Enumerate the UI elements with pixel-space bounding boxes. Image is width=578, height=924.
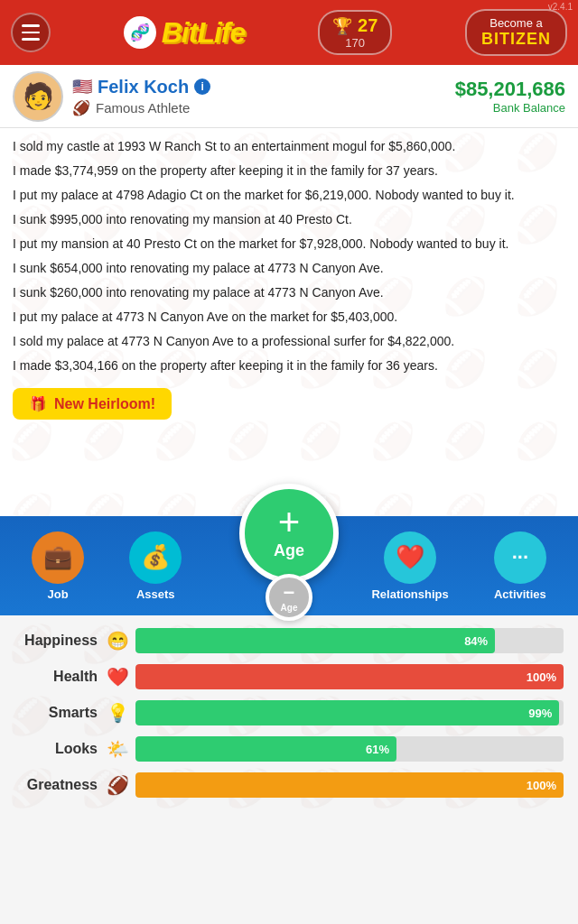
nav-activities[interactable]: ··· Activities	[494, 531, 546, 601]
stat-bar-background: 100%	[135, 772, 564, 798]
nav-job[interactable]: 💼 Job	[32, 531, 84, 601]
stat-emoji: 🌤️	[105, 738, 130, 760]
nav-assets[interactable]: 💰 Assets	[129, 531, 182, 601]
heirloom-banner[interactable]: 🎁 New Heirloom!	[13, 388, 172, 420]
top-bar: v2.4.1 🧬 BitLife 🏆 27 170 Become a BITIZ…	[0, 0, 578, 65]
stat-percent: 99%	[528, 707, 552, 720]
heirloom-label: New Heirloom!	[54, 396, 155, 412]
feed-entry: I sunk $260,000 into renovating my palac…	[13, 283, 565, 302]
gift-icon: 🎁	[29, 395, 47, 412]
profile-info: 🇺🇸 Felix Koch i 🏈 Famous Athlete	[72, 77, 455, 116]
logo-icon: 🧬	[124, 16, 156, 49]
feed-content: I sold my castle at 1993 W Ranch St to a…	[13, 137, 565, 375]
job-icon-circle: 💼	[32, 531, 84, 584]
age-plus-icon: +	[278, 504, 301, 541]
bitizen-top-label: Become a	[481, 16, 551, 30]
stat-bar-fill: 99%	[135, 700, 559, 725]
relationships-icon-circle: ❤️	[384, 531, 436, 584]
stat-bar-background: 84%	[135, 628, 564, 653]
stat-label: Happiness	[14, 633, 105, 649]
feed-area: I sold my castle at 1993 W Ranch St to a…	[0, 128, 578, 516]
logo-area: 🧬 BitLife	[124, 16, 246, 50]
stat-row[interactable]: Happiness😁84%	[14, 628, 564, 653]
feed-entry: I put my palace at 4773 N Canyon Ave on …	[13, 308, 565, 327]
relationships-label: Relationships	[371, 587, 448, 601]
balance-amount: $85,201,686	[455, 78, 565, 101]
stat-percent: 61%	[366, 743, 389, 756]
trophy-button[interactable]: 🏆 27 170	[318, 10, 392, 55]
relationships-icon: ❤️	[396, 543, 424, 571]
nav-relationships[interactable]: ❤️ Relationships	[371, 531, 448, 601]
stat-row[interactable]: Health❤️100%	[14, 664, 564, 689]
balance-area: $85,201,686 Bank Balance	[455, 78, 565, 115]
sport-emoji: 🏈	[72, 99, 90, 116]
stat-bar-fill: 61%	[135, 736, 396, 762]
flag-icon: 🇺🇸	[72, 77, 92, 97]
stat-bar-fill: 84%	[135, 628, 495, 653]
age-minus-button[interactable]: − Age	[266, 574, 312, 621]
stat-percent: 100%	[527, 670, 556, 684]
feed-entry: I made $3,774,959 on the property after …	[13, 162, 565, 180]
feed-entry: I put my mansion at 40 Presto Ct on the …	[13, 235, 565, 254]
stat-emoji: 💡	[105, 702, 130, 724]
stat-bar-fill: 100%	[135, 772, 564, 798]
balance-label: Bank Balance	[455, 101, 565, 115]
age-center: + Age − Age	[239, 484, 339, 621]
stat-bar-background: 100%	[135, 664, 564, 689]
stat-emoji: 🏈	[105, 774, 130, 796]
logo-text: BitLife	[162, 16, 246, 50]
profile-title: Famous Athlete	[96, 100, 190, 116]
profile-name[interactable]: Felix Koch	[98, 77, 189, 97]
assets-label: Assets	[136, 587, 175, 601]
age-button[interactable]: + Age	[239, 484, 339, 583]
assets-icon-circle: 💰	[129, 531, 182, 584]
activities-icon-circle: ···	[494, 531, 546, 584]
stat-row[interactable]: Smarts💡99%	[14, 700, 564, 725]
trophy-count: 27	[358, 15, 378, 36]
activities-label: Activities	[494, 587, 546, 601]
stat-percent: 84%	[464, 634, 488, 648]
info-button[interactable]: i	[194, 79, 210, 95]
stat-label: Health	[14, 669, 105, 685]
feed-entry: I sunk $654,000 into renovating my palac…	[13, 259, 565, 278]
stat-row[interactable]: Greatness🏈100%	[14, 772, 564, 798]
activities-icon: ···	[512, 546, 528, 569]
stat-label: Smarts	[14, 705, 105, 721]
stat-label: Greatness	[14, 777, 105, 793]
avatar[interactable]: 🧑	[13, 71, 63, 122]
age-minus-icon: −	[284, 583, 295, 603]
trophy-total: 170	[345, 36, 365, 50]
bitizen-bottom-label: BITIZEN	[481, 30, 551, 49]
feed-entry: I put my palace at 4798 Adagio Ct on the…	[13, 186, 565, 205]
job-label: Job	[48, 587, 69, 601]
hamburger-icon	[22, 24, 40, 41]
stat-emoji: ❤️	[105, 666, 130, 688]
stats-area: Happiness😁84%Health❤️100%Smarts💡99%Looks…	[0, 615, 578, 825]
age-main-label: Age	[274, 541, 304, 560]
job-icon: 💼	[43, 543, 72, 571]
version-label: v2.4.1	[548, 2, 573, 12]
stat-label: Looks	[14, 741, 105, 757]
feed-entry: I sold my palace at 4773 N Canyon Ave to…	[13, 332, 565, 351]
bitizen-button[interactable]: Become a BITIZEN	[465, 9, 567, 56]
feed-entry: I made $3,304,166 on the property after …	[13, 356, 565, 375]
stat-bar-background: 99%	[135, 700, 564, 725]
profile-bar: 🧑 🇺🇸 Felix Koch i 🏈 Famous Athlete $85,2…	[0, 65, 578, 128]
stat-bar-fill: 100%	[135, 664, 564, 689]
stat-percent: 100%	[527, 779, 556, 792]
feed-entry: I sunk $995,000 into renovating my mansi…	[13, 210, 565, 229]
stat-row[interactable]: Looks🌤️61%	[14, 736, 564, 762]
stat-emoji: 😁	[105, 630, 130, 651]
stat-bar-background: 61%	[135, 736, 564, 762]
age-minus-label: Age	[281, 603, 298, 613]
assets-icon: 💰	[141, 543, 170, 571]
trophy-icon: 🏆	[332, 16, 352, 36]
menu-button[interactable]	[11, 13, 51, 52]
bottom-nav: 💼 Job 💰 Assets + Age − Age ❤️ Relationsh…	[0, 516, 578, 615]
feed-entry: I sold my castle at 1993 W Ranch St to a…	[13, 137, 565, 156]
